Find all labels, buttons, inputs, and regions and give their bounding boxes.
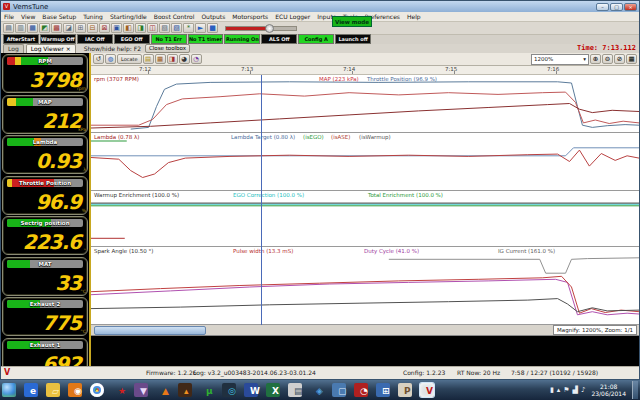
- open-file-icon[interactable]: ▥: [15, 23, 26, 33]
- volume-icon[interactable]: ♪: [581, 381, 585, 399]
- menu-tuning[interactable]: Tuning: [83, 13, 103, 20]
- red-star-app-icon[interactable]: ★: [112, 383, 126, 397]
- table-icon[interactable]: ⊞: [75, 23, 86, 33]
- menu-file[interactable]: File: [4, 13, 14, 20]
- internet-explorer-icon[interactable]: e: [24, 383, 38, 397]
- network-icon[interactable]: ▟: [573, 381, 578, 399]
- play-icon[interactable]: ►: [195, 23, 206, 33]
- torch-app-icon[interactable]: ▴: [178, 383, 192, 397]
- gauge-sectrig-position[interactable]: Sectrig position223.6°: [2, 216, 88, 255]
- vemstune-taskbar-icon[interactable]: V: [420, 383, 434, 397]
- clock-app-icon[interactable]: ◔: [354, 383, 368, 397]
- diag-icon[interactable]: ▧: [159, 23, 170, 33]
- chart-panel-3[interactable]: Warmup Enrichment (100.0 %)EGO Correctio…: [91, 191, 639, 247]
- menu-ecu-logger[interactable]: ECU Logger: [275, 13, 310, 20]
- wizard-icon[interactable]: *: [183, 23, 194, 33]
- status-running-on[interactable]: Running On: [224, 34, 260, 44]
- clock-icon[interactable]: ◔: [191, 54, 202, 64]
- explorer-folder-icon[interactable]: ▱: [46, 383, 60, 397]
- notes-app-icon[interactable]: ▤: [288, 383, 302, 397]
- close-toolbox-button[interactable]: Close toolbox: [145, 44, 190, 53]
- log-icon[interactable]: ◫: [147, 23, 158, 33]
- status-no-t1-timer[interactable]: No T1 timer: [188, 34, 224, 44]
- tray-expand-icon[interactable]: ▴: [557, 381, 561, 399]
- menu-motorsports[interactable]: Motorsports: [232, 13, 268, 20]
- search-icon[interactable]: ◕: [179, 54, 190, 64]
- vlc-icon[interactable]: ▲: [156, 383, 170, 397]
- gauge-rpm[interactable]: RPM3798rpm: [2, 54, 88, 93]
- note-icon[interactable]: ▤: [143, 54, 154, 64]
- status-launch-off[interactable]: Launch off: [335, 34, 371, 44]
- media-player-icon[interactable]: ◉: [68, 383, 82, 397]
- status-ego-off[interactable]: EGO Off: [114, 34, 150, 44]
- device-icon[interactable]: ◪: [63, 23, 74, 33]
- view-mode-button[interactable]: View mode: [332, 16, 372, 27]
- calculator-icon[interactable]: ⊞: [376, 383, 390, 397]
- status-no-t1-err[interactable]: No T1 Err: [151, 34, 187, 44]
- menu-starting-idle[interactable]: Starting/Idle: [110, 13, 147, 20]
- tab-log-viewer[interactable]: Log Viewer ×: [26, 44, 76, 53]
- tune-icon[interactable]: ◧: [123, 23, 134, 33]
- excel-icon[interactable]: X: [266, 383, 280, 397]
- grid-icon[interactable]: ▣: [111, 23, 122, 33]
- status-als-off[interactable]: ALS Off: [261, 34, 297, 44]
- system-clock[interactable]: 21:08 23/06/2014: [591, 383, 626, 397]
- utorrent-icon[interactable]: µ: [200, 383, 214, 397]
- locate-button[interactable]: Locate: [117, 54, 142, 64]
- import-icon[interactable]: ◩: [39, 23, 50, 33]
- chart-icon[interactable]: ▦: [155, 54, 166, 64]
- gauge-throttle-position[interactable]: Throttle Position96.9%: [2, 176, 88, 215]
- zoom-sel-icon[interactable]: ▦: [626, 54, 637, 64]
- tab-close-icon[interactable]: ×: [66, 45, 71, 52]
- chart-panel-1[interactable]: rpm (3707 RPM)MAP (223 kPa)Throttle Posi…: [91, 75, 639, 133]
- menu-base-setup[interactable]: Base Setup: [42, 13, 76, 20]
- word-icon[interactable]: W: [244, 383, 258, 397]
- start-button[interactable]: [2, 383, 16, 397]
- stop-icon[interactable]: ■: [207, 23, 218, 33]
- game-shield-icon[interactable]: ▼: [134, 383, 148, 397]
- gauge-lambda[interactable]: Lambda0.93λ: [2, 135, 88, 174]
- gauge-exhaust-2[interactable]: Exhaust 2775°C: [2, 297, 88, 336]
- minimize-button[interactable]: –: [596, 3, 609, 11]
- paint-icon[interactable]: P: [398, 383, 412, 397]
- chart-panel-2[interactable]: Lambda (0.78 λ)Lambda Target (0.80 λ)(is…: [91, 133, 639, 191]
- config-icon[interactable]: ▨: [171, 23, 182, 33]
- save-icon[interactable]: ▦: [27, 23, 38, 33]
- menu-outputs[interactable]: Outputs: [201, 13, 225, 20]
- zoom-out-icon[interactable]: ⊖: [602, 54, 613, 64]
- zoom-fit-icon[interactable]: ⊘: [614, 54, 625, 64]
- title-bar[interactable]: V VemsTune – □ ×: [1, 1, 639, 12]
- zoom-level-dropdown[interactable]: 1200% ▾: [531, 54, 589, 65]
- status-warmup-off[interactable]: Warmup Off: [40, 34, 76, 44]
- menu-help[interactable]: Help: [407, 13, 421, 20]
- globe-icon[interactable]: ◍: [105, 54, 116, 64]
- refresh-icon[interactable]: ↺: [93, 54, 104, 64]
- action-center-flag-icon[interactable]: ⚑: [563, 381, 569, 399]
- window-app-icon[interactable]: ▢: [332, 383, 346, 397]
- status-iac-off[interactable]: IAC Off: [77, 34, 113, 44]
- status-afterstart-off[interactable]: AfterStart Off: [3, 34, 39, 44]
- maximize-button[interactable]: □: [610, 3, 623, 11]
- compass-app-icon[interactable]: ◎: [222, 383, 236, 397]
- chart-scrollbar[interactable]: Magnify: 1200%, Zoom: 1/1: [91, 325, 639, 336]
- zoom-in-icon[interactable]: ⊕: [590, 54, 601, 64]
- close-button[interactable]: ×: [624, 3, 637, 11]
- scrollbar-thumb[interactable]: [94, 326, 206, 335]
- playback-slider-knob[interactable]: [265, 24, 274, 33]
- battery-icon[interactable]: ▮: [550, 381, 554, 399]
- tab-log[interactable]: Log: [3, 44, 24, 53]
- menu-view[interactable]: View: [21, 13, 35, 20]
- chart-panel-4[interactable]: Spark Angle (10.50 °)Pulse width (13.3 m…: [91, 247, 639, 325]
- menu-boost-control[interactable]: Boost Control: [154, 13, 195, 20]
- chrome-icon[interactable]: [90, 383, 104, 397]
- close-view-icon[interactable]: ⊠: [99, 23, 110, 33]
- show-desktop-button[interactable]: [632, 381, 638, 399]
- map-icon[interactable]: ⊟: [87, 23, 98, 33]
- status-config-a[interactable]: Config A: [298, 34, 334, 44]
- playback-slider[interactable]: [225, 26, 297, 31]
- bluetooth-icon[interactable]: ◈: [310, 383, 324, 397]
- time-cursor[interactable]: [261, 75, 262, 325]
- export-icon[interactable]: ▩: [51, 23, 62, 33]
- marker-icon[interactable]: ◨: [167, 54, 178, 64]
- new-file-icon[interactable]: ▤: [3, 23, 14, 33]
